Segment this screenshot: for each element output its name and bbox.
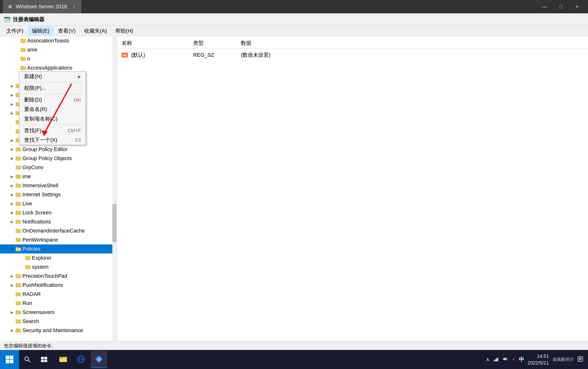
tree-item[interactable]: AssociationToasts	[0, 36, 116, 45]
tree-item[interactable]: ▶ Live	[0, 199, 116, 208]
tree-item-search[interactable]: Search	[0, 317, 116, 326]
tree-item[interactable]: AccessApplications	[0, 63, 116, 72]
tree-item[interactable]: Explorer	[0, 253, 116, 262]
tray-network-icon[interactable]	[493, 356, 499, 363]
tree-item[interactable]: ▶ ImmersiveShell	[0, 181, 116, 190]
tray-mute-icon[interactable]: ✕	[512, 357, 515, 362]
tree-item[interactable]: OnDemandInterfaceCache	[0, 226, 116, 235]
svg-rect-8	[6, 356, 9, 359]
svg-rect-2	[5, 20, 7, 20]
tree-item[interactable]: Run	[0, 299, 116, 308]
menu-rename[interactable]: 重命名(R)	[19, 105, 86, 114]
vm-tab[interactable]: 🖥 Windows Server 2016 ×	[3, 0, 81, 13]
svg-rect-29	[497, 358, 498, 361]
expander-icon: ▶	[10, 192, 14, 197]
menu-rename-label: 重命名(R)	[24, 106, 81, 113]
tree-label: Security and Maintenance	[22, 327, 83, 333]
folder-icon	[21, 48, 26, 52]
menu-new[interactable]: 新建(N) ▶	[19, 72, 86, 81]
menu-favorites[interactable]: 收藏夹(A)	[80, 26, 111, 36]
scrollbar-track[interactable]	[112, 36, 116, 341]
vm-tab-close[interactable]: ×	[71, 4, 76, 9]
taskbar-app-ie[interactable]	[73, 351, 89, 368]
reg-row[interactable]: ab (默认) REG_SZ (数值未设置)	[117, 51, 588, 59]
scrollbar-thumb[interactable]	[112, 204, 116, 242]
taskbar-clock[interactable]: 14:51 2022/5/11	[528, 353, 549, 366]
title-controls: — □ ×	[536, 0, 585, 13]
tree-item[interactable]: ▶ PrecisionTouchPad	[0, 272, 116, 281]
svg-rect-9	[10, 356, 13, 359]
close-button[interactable]: ×	[569, 0, 585, 13]
menu-new-label: 新建(N)	[24, 73, 78, 80]
menu-delete[interactable]: 删除(D) Del	[19, 95, 86, 105]
menu-find-next-label: 查找下一个(X)	[24, 137, 68, 144]
menu-view[interactable]: 查看(V)	[54, 26, 79, 36]
tree-item-policies[interactable]: ▼ Policies	[0, 244, 116, 253]
tree-item[interactable]: system	[0, 262, 116, 272]
tree-item-security-maintenance[interactable]: ▶ Security and Maintenance	[0, 326, 116, 335]
menu-permissions[interactable]: 权限(P)...	[19, 83, 86, 93]
tree-label: Lock Screen	[22, 210, 52, 216]
tray-volume-icon[interactable]	[502, 356, 508, 363]
folder-icon	[16, 328, 21, 333]
right-header: 名称 类型 数据	[117, 36, 588, 48]
taskbar-apps	[52, 350, 110, 369]
reg-data: (数值未设置)	[241, 51, 583, 59]
folder-icon	[16, 220, 21, 224]
expander-icon: ▶	[10, 84, 14, 88]
clock-date: 2022/5/11	[528, 359, 549, 366]
expander-icon: ▶	[10, 310, 14, 315]
tree-item[interactable]: n	[0, 54, 116, 63]
tree-item[interactable]: GrpConv	[0, 163, 116, 172]
tree-item[interactable]: ▶ Group Policy Objects	[0, 154, 116, 163]
expander-icon	[10, 165, 14, 170]
tree-item[interactable]: ▶ Screensavers	[0, 308, 116, 317]
tree-label: Notifications	[22, 219, 51, 225]
menu-find-next[interactable]: 查找下一个(X) F3	[19, 135, 86, 145]
tree-item[interactable]: ▶ PushNotifications	[0, 281, 116, 290]
start-button[interactable]	[0, 350, 19, 369]
divider	[19, 94, 86, 94]
tree-item[interactable]: ▶ ime	[0, 172, 116, 181]
expander-icon	[14, 66, 19, 70]
svg-rect-11	[10, 360, 13, 363]
edit-dropdown-menu[interactable]: 新建(N) ▶ 权限(P)... 删除(D) Del 重命名(R) 复制项名称(…	[19, 71, 86, 145]
tree-item[interactable]: ▶ Internet Settings	[0, 190, 116, 199]
tree-item[interactable]: ame	[0, 45, 116, 54]
menu-find[interactable]: 查找(F)... Ctrl+F	[19, 126, 86, 135]
tray-show-hidden[interactable]: ∧	[486, 357, 490, 362]
svg-rect-14	[41, 357, 44, 359]
tree-label: Group Policy Editor	[22, 146, 68, 152]
tree-item-lock-screen[interactable]: ▶ Lock Screen	[0, 208, 116, 217]
expander-icon	[10, 120, 14, 125]
reg-type: REG_SZ	[193, 52, 241, 58]
tree-label: PrecisionTouchPad	[22, 273, 67, 279]
tree-item-notifications[interactable]: ▶ Notifications	[0, 217, 116, 226]
maximize-button[interactable]: □	[553, 0, 569, 13]
menu-edit[interactable]: 编辑(E)	[28, 26, 53, 36]
tree-item[interactable]: PenWorkspace	[0, 235, 116, 244]
expander-icon	[10, 229, 14, 233]
taskbar-search-button[interactable]	[19, 350, 36, 369]
taskbar-task-view-button[interactable]	[36, 350, 52, 369]
svg-rect-28	[496, 359, 497, 361]
folder-icon	[16, 283, 21, 287]
minimize-button[interactable]: —	[536, 0, 553, 13]
taskbar-app-active[interactable]	[91, 351, 107, 368]
menu-help[interactable]: 帮助(H)	[112, 26, 137, 36]
svg-rect-15	[44, 357, 47, 359]
app-title-bar: 注册表编辑器	[0, 13, 588, 26]
tree-item[interactable]: RADAR	[0, 290, 116, 299]
expander-icon	[14, 56, 19, 61]
title-bar: 🖥 Windows Server 2016 × — □ ×	[0, 0, 588, 13]
tray-language-indicator[interactable]: 中	[519, 356, 524, 363]
menu-delete-shortcut: Del	[74, 97, 81, 103]
taskbar: ∧ ✕ 中 14:51 2022/5/11 遊風醒	[0, 350, 588, 369]
taskbar-app-file-explorer[interactable]	[55, 351, 72, 368]
menu-file[interactable]: 文件(F)	[2, 26, 27, 36]
folder-open-icon	[16, 247, 21, 251]
tree-item-group-policy-editor[interactable]: ▶ Group Policy Editor	[0, 145, 116, 154]
column-header-data: 数据	[236, 38, 588, 48]
menu-copy-name[interactable]: 复制项名称(C)	[19, 114, 86, 124]
tray-action-center-icon[interactable]	[578, 356, 583, 363]
